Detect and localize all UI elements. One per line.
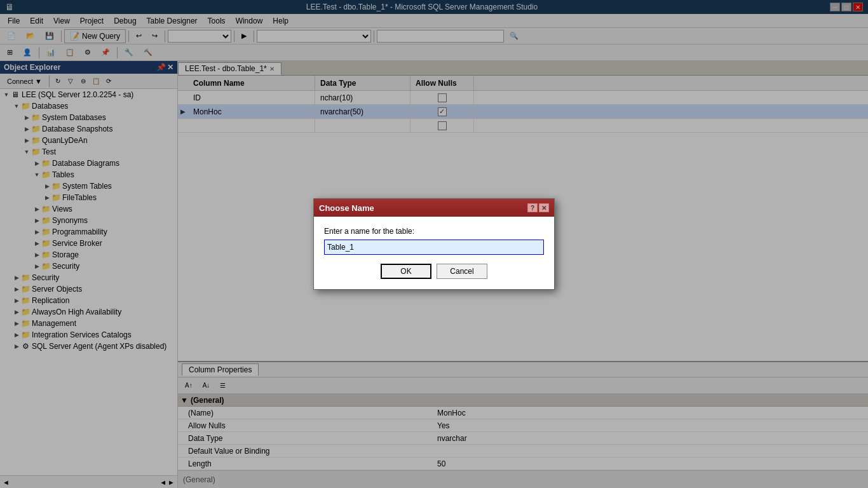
cancel-button[interactable]: Cancel	[437, 264, 487, 279]
modal-close-button[interactable]: ✕	[539, 203, 549, 212]
choose-name-dialog: Choose Name ? ✕ Enter a name for the tab…	[313, 198, 555, 290]
modal-buttons: OK Cancel	[324, 264, 544, 279]
modal-overlay: Choose Name ? ✕ Enter a name for the tab…	[0, 0, 868, 488]
modal-title-bar: Choose Name ? ✕	[314, 199, 554, 217]
modal-label: Enter a name for the table:	[324, 227, 544, 236]
modal-help-button[interactable]: ?	[527, 203, 538, 212]
modal-title-controls: ? ✕	[527, 203, 549, 212]
modal-body: Enter a name for the table: OK Cancel	[314, 217, 554, 289]
ok-button[interactable]: OK	[381, 264, 431, 279]
modal-title-text: Choose Name	[319, 203, 374, 213]
table-name-input[interactable]	[324, 240, 544, 255]
